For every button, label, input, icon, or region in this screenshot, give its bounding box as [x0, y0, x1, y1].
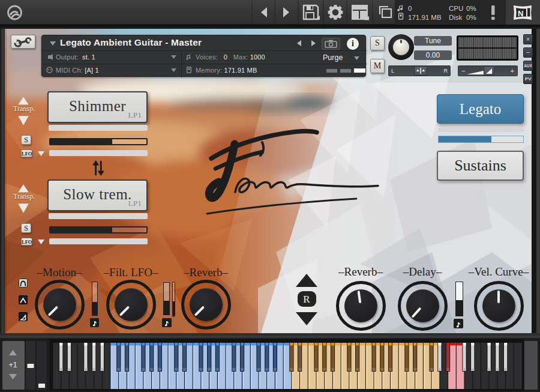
- svg-text:+1: +1: [9, 361, 17, 369]
